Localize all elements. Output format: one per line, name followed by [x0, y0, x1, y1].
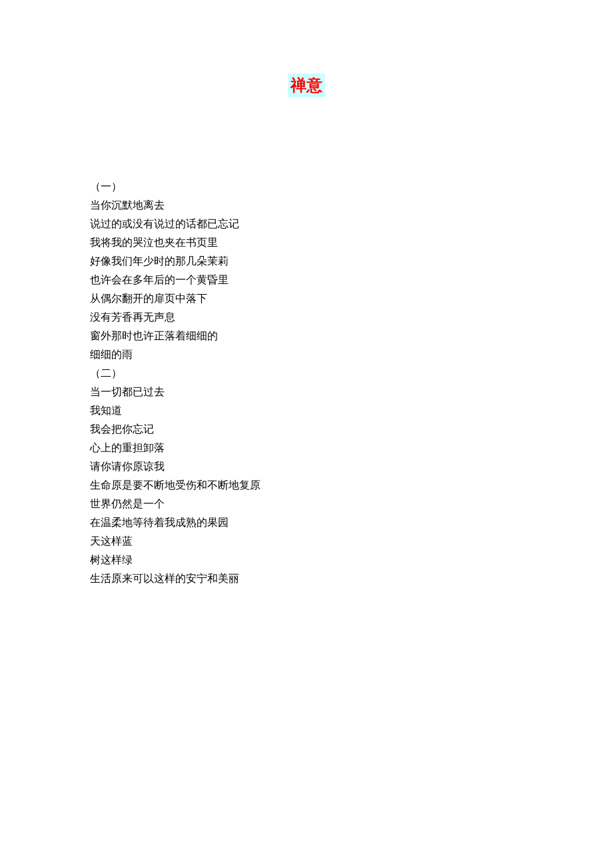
poem-line: 生活原来可以这样的安宁和美丽 — [90, 569, 523, 588]
poem-line: 我知道 — [90, 401, 523, 420]
poem-line: 心上的重担卸落 — [90, 439, 523, 457]
poem-line: 生命原是要不断地受伤和不断地复原 — [90, 476, 523, 495]
poem-line: 请你请你原谅我 — [90, 457, 523, 476]
poem-line: 细细的雨 — [90, 345, 523, 364]
poem-line: 没有芳香再无声息 — [90, 308, 523, 327]
poem-line: 我会把你忘记 — [90, 420, 523, 439]
poem-line: 世界仍然是一个 — [90, 495, 523, 513]
poem-line: （一） — [90, 177, 523, 196]
poem-line: 也许会在多年后的一个黄昏里 — [90, 271, 523, 289]
poem-line: 窗外那时也许正落着细细的 — [90, 327, 523, 345]
poem-line: 当一切都已过去 — [90, 383, 523, 401]
poem-line: 从偶尔翻开的扉页中落下 — [90, 289, 523, 308]
poem-line: （二） — [90, 364, 523, 383]
poem-line: 当你沉默地离去 — [90, 196, 523, 215]
poem-line: 天这样蓝 — [90, 532, 523, 551]
document-title: 禅意 — [288, 73, 325, 97]
poem-body: （一） 当你沉默地离去 说过的或没有说过的话都已忘记 我将我的哭泣也夹在书页里 … — [90, 177, 523, 588]
title-wrapper: 禅意 — [90, 73, 523, 137]
poem-line: 好像我们年少时的那几朵茉莉 — [90, 252, 523, 271]
poem-line: 我将我的哭泣也夹在书页里 — [90, 233, 523, 252]
poem-line: 说过的或没有说过的话都已忘记 — [90, 215, 523, 233]
poem-line: 在温柔地等待着我成熟的果园 — [90, 513, 523, 532]
poem-line: 树这样绿 — [90, 551, 523, 569]
